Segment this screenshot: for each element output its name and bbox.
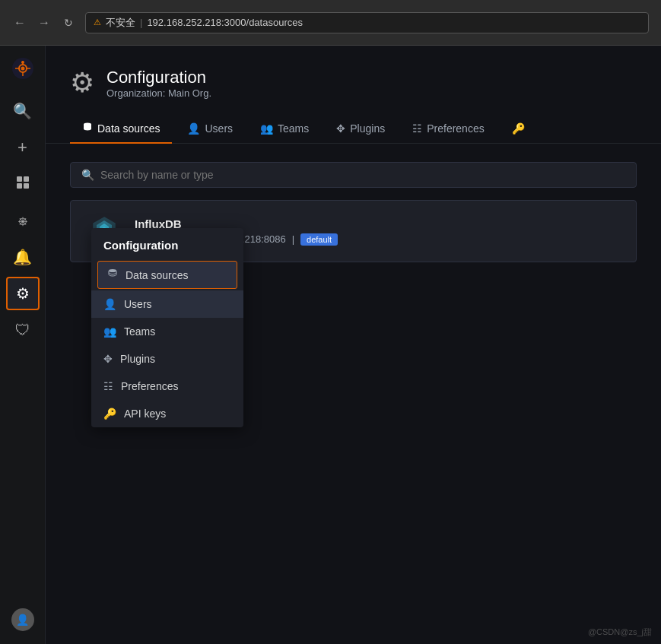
popup-item-datasources[interactable]: Data sources xyxy=(97,261,237,289)
users-tab-icon: 👤 xyxy=(187,122,200,135)
gear-icon: ⚙ xyxy=(16,284,30,303)
svg-rect-3 xyxy=(17,176,22,182)
popup-datasources-icon xyxy=(107,268,118,281)
config-popup-title: Configuration xyxy=(91,228,243,259)
tab-datasources-label: Data sources xyxy=(97,122,160,135)
plus-icon: + xyxy=(17,138,27,157)
dashboards-icon xyxy=(15,175,30,194)
sidebar-item-dashboards[interactable] xyxy=(6,167,40,201)
sidebar-item-configuration[interactable]: ⚙ xyxy=(6,277,40,310)
datasources-tab-icon xyxy=(82,122,93,135)
tab-plugins-label: Plugins xyxy=(350,122,385,135)
tab-preferences[interactable]: ☷ Preferences xyxy=(400,115,496,144)
popup-datasources-label: Data sources xyxy=(126,269,188,281)
sidebar-item-create[interactable]: + xyxy=(6,131,40,164)
watermark: @CSDN@zs_j甜 xyxy=(588,627,652,638)
tabs-bar: Data sources 👤 Users 👥 Teams ✥ Plugins ☷… xyxy=(46,114,661,144)
popup-preferences-label: Preferences xyxy=(121,380,178,392)
back-button[interactable]: ← xyxy=(12,15,27,30)
svg-rect-6 xyxy=(24,183,29,189)
popup-plugins-label: Plugins xyxy=(120,353,155,365)
separator: | xyxy=(140,17,142,28)
tab-plugins[interactable]: ✥ Plugins xyxy=(324,115,397,144)
default-badge: default xyxy=(300,233,338,246)
address-bar[interactable]: ⚠ 不安全 | 192.168.252.218:3000/datasources xyxy=(85,12,649,33)
grafana-logo[interactable] xyxy=(8,53,38,84)
sidebar-item-shield[interactable]: 🛡 xyxy=(6,313,40,347)
search-icon: 🔍 xyxy=(13,102,32,120)
svg-point-2 xyxy=(21,67,24,71)
sidebar-item-avatar[interactable]: 👤 xyxy=(6,603,40,636)
page-header-text: Configuration Organization: Main Org. xyxy=(106,68,211,99)
configuration-header-icon: ⚙ xyxy=(70,67,94,99)
sidebar-item-alerting[interactable]: 🔔 xyxy=(6,240,40,274)
popup-apikeys-icon: 🔑 xyxy=(103,408,116,420)
config-popup: Configuration Data sources 👤 xyxy=(91,228,243,427)
sidebar-bottom: 👤 xyxy=(6,603,40,636)
explore-icon: ⎈ xyxy=(18,212,27,230)
popup-preferences-icon: ☷ xyxy=(103,380,113,392)
bell-icon: 🔔 xyxy=(13,248,32,266)
app-container: 🔍 + ⎈ 🔔 ⚙ 🛡 xyxy=(0,46,661,644)
security-warning-text: 不安全 xyxy=(106,16,135,30)
popup-item-plugins[interactable]: ✥ Plugins xyxy=(91,345,243,373)
sidebar-item-search[interactable]: 🔍 xyxy=(6,94,40,128)
popup-teams-icon: 👥 xyxy=(103,325,116,338)
tab-teams[interactable]: 👥 Teams xyxy=(248,115,321,144)
tab-datasources[interactable]: Data sources xyxy=(70,114,172,144)
page-header: ⚙ Configuration Organization: Main Org. xyxy=(46,46,661,99)
page-title: Configuration xyxy=(106,68,211,87)
url-text: 192.168.252.218:3000/datasources xyxy=(147,17,303,28)
search-bar: 🔍 xyxy=(70,162,637,188)
popup-teams-label: Teams xyxy=(124,325,155,338)
popup-plugins-icon: ✥ xyxy=(103,353,113,365)
svg-rect-5 xyxy=(17,183,22,189)
main-content: ⚙ Configuration Organization: Main Org. … xyxy=(46,46,661,644)
popup-item-apikeys[interactable]: 🔑 API keys xyxy=(91,400,243,427)
forward-button[interactable]: → xyxy=(37,15,52,30)
popup-item-teams[interactable]: 👥 Teams xyxy=(91,318,243,345)
sidebar: 🔍 + ⎈ 🔔 ⚙ 🛡 xyxy=(0,46,46,644)
security-warning-icon: ⚠ xyxy=(94,17,101,27)
preferences-tab-icon: ☷ xyxy=(412,122,422,135)
tab-teams-label: Teams xyxy=(278,122,309,135)
search-bar-icon: 🔍 xyxy=(81,169,94,181)
popup-users-icon: 👤 xyxy=(103,298,116,310)
meta-sep2: | xyxy=(292,233,294,245)
tab-users-label: Users xyxy=(205,122,233,135)
apikeys-tab-icon: 🔑 xyxy=(512,122,525,135)
tab-users[interactable]: 👤 Users xyxy=(175,115,245,144)
page-subtitle: Organization: Main Org. xyxy=(106,87,211,99)
popup-apikeys-label: API keys xyxy=(124,408,166,420)
svg-point-12 xyxy=(109,269,116,272)
popup-users-label: Users xyxy=(124,298,152,310)
tab-apikeys[interactable]: 🔑 xyxy=(500,115,537,144)
shield-icon: 🛡 xyxy=(15,322,30,339)
avatar-icon: 👤 xyxy=(16,614,29,626)
reload-button[interactable]: ↻ xyxy=(61,15,76,30)
popup-item-preferences[interactable]: ☷ Preferences xyxy=(91,373,243,400)
browser-chrome: ← → ↻ ⚠ 不安全 | 192.168.252.218:3000/datas… xyxy=(0,0,661,46)
sidebar-item-explore[interactable]: ⎈ xyxy=(6,204,40,237)
search-input[interactable] xyxy=(100,169,625,181)
teams-tab-icon: 👥 xyxy=(260,122,273,135)
search-container: 🔍 xyxy=(46,144,661,200)
popup-item-users[interactable]: 👤 Users xyxy=(91,290,243,318)
svg-rect-4 xyxy=(24,176,29,182)
plugins-tab-icon: ✥ xyxy=(336,122,345,135)
user-avatar: 👤 xyxy=(11,608,34,631)
tab-preferences-label: Preferences xyxy=(427,122,484,135)
